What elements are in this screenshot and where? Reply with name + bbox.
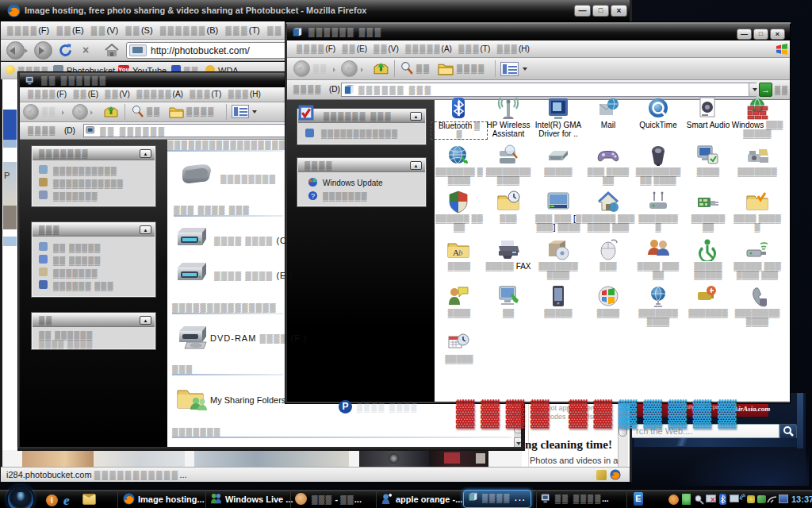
svg-text:b: b — [458, 248, 463, 257]
svg-text:?: ? — [311, 192, 315, 200]
